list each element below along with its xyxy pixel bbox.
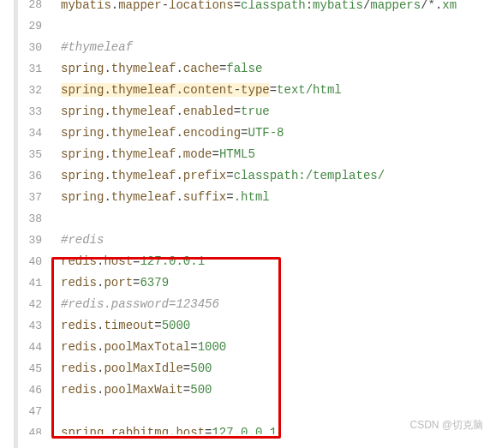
code-line: #redis.password=123456 <box>61 294 490 315</box>
line-number: 33 <box>18 101 42 122</box>
code-line: redis.poolMaxWait=500 <box>61 379 490 401</box>
code-line: redis.port=6379 <box>61 272 490 294</box>
code-line: spring.thymeleaf.enabled=true <box>61 101 490 122</box>
line-number: 32 <box>18 80 42 101</box>
line-number-gutter: 2829303132333435363738394041424344454647… <box>18 0 49 448</box>
code-line <box>61 208 490 230</box>
line-number: 45 <box>18 358 42 379</box>
code-line: redis.timeout=5000 <box>61 315 490 337</box>
line-number: 48 <box>18 422 42 434</box>
line-number: 41 <box>18 272 42 294</box>
line-number: 29 <box>18 15 42 37</box>
csdn-watermark: CSDN @切克脑 <box>409 418 483 433</box>
line-number: 44 <box>18 337 42 358</box>
code-line: #thymeleaf <box>61 37 490 58</box>
line-number: 36 <box>18 165 42 187</box>
code-line: redis.poolMaxIdle=500 <box>61 358 490 379</box>
code-line: #redis <box>61 230 490 251</box>
line-number: 38 <box>18 208 42 230</box>
line-number: 46 <box>18 379 42 401</box>
line-number: 39 <box>18 230 42 251</box>
code-line: redis.host=127.0.0.1 <box>61 251 490 272</box>
code-line: spring.thymeleaf.cache=false <box>61 58 490 80</box>
line-number: 43 <box>18 315 42 337</box>
code-area[interactable]: mybatis.mapper-locations=classpath:mybat… <box>49 0 490 448</box>
code-line: spring.thymeleaf.content-type=text/html <box>61 80 490 101</box>
line-number: 35 <box>18 144 42 165</box>
line-number: 34 <box>18 122 42 144</box>
code-line: mybatis.mapper-locations=classpath:mybat… <box>61 0 490 15</box>
line-number: 42 <box>18 294 42 315</box>
line-number: 37 <box>18 187 42 208</box>
code-line: spring.thymeleaf.encoding=UTF-8 <box>61 122 490 144</box>
line-number: 40 <box>18 251 42 272</box>
line-number: 28 <box>18 0 42 15</box>
line-number: 31 <box>18 58 42 80</box>
line-number: 47 <box>18 401 42 422</box>
code-line: spring.thymeleaf.mode=HTML5 <box>61 144 490 165</box>
code-line <box>61 15 490 37</box>
line-number: 30 <box>18 37 42 58</box>
editor-left-margin <box>0 0 15 448</box>
code-line: redis.poolMaxTotal=1000 <box>61 337 490 358</box>
code-line: spring.thymeleaf.prefix=classpath:/templ… <box>61 165 490 187</box>
code-line: spring.thymeleaf.suffix=.html <box>61 187 490 208</box>
